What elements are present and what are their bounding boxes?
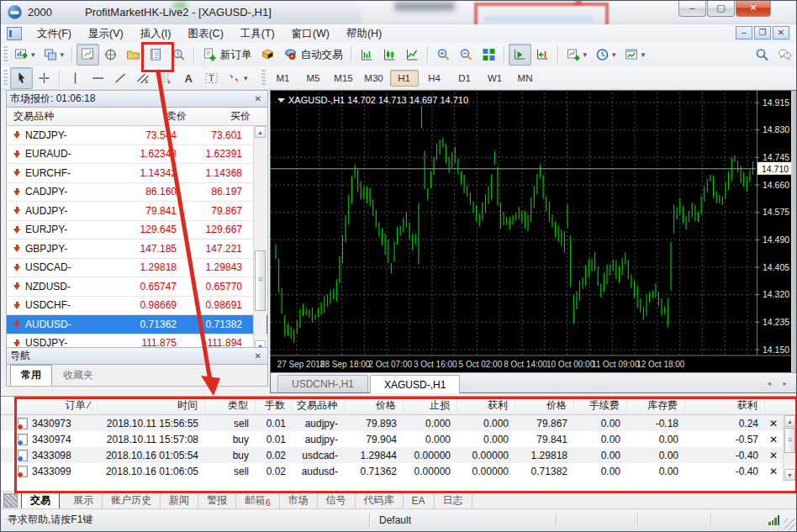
timeframe-button[interactable]: MN bbox=[511, 70, 540, 87]
label-button[interactable]: T bbox=[200, 67, 223, 89]
hline-button[interactable] bbox=[87, 67, 109, 89]
terminal-tab[interactable]: 警报 bbox=[198, 492, 236, 509]
chart-window-icon[interactable] bbox=[7, 27, 22, 40]
market-watch-row[interactable]: EURAUD- 1.62348 1.62391 bbox=[7, 145, 267, 165]
toolbar-grip[interactable] bbox=[3, 46, 8, 63]
market-watch-titlebar[interactable]: 市场报价: 01:06:18 ✕ bbox=[6, 90, 268, 108]
order-row[interactable]: 3430973 2018.10.11 15:56:55 sell 0.01 au… bbox=[1, 415, 797, 431]
close-icon[interactable]: ✕ bbox=[252, 351, 264, 361]
timeframe-button[interactable]: H4 bbox=[420, 70, 449, 87]
channel-button[interactable]: E bbox=[132, 67, 155, 89]
terminal-button[interactable] bbox=[145, 44, 167, 66]
indicators-button[interactable]: ▾ bbox=[562, 44, 592, 66]
navigator-tab[interactable]: 常用 bbox=[10, 365, 52, 386]
price-chart[interactable]: 14.91514.83014.74514.66014.57514.49014.4… bbox=[271, 91, 793, 372]
templates-button[interactable]: ▾ bbox=[620, 44, 650, 66]
close-icon[interactable]: ✕ bbox=[252, 94, 264, 103]
order-column-header[interactable]: 订单 ∕ bbox=[18, 398, 98, 413]
market-watch-row[interactable]: EURJPY- 129.645 129.667 bbox=[7, 221, 267, 240]
order-column-header[interactable]: 手续费 bbox=[574, 398, 627, 413]
maximize-button[interactable]: ▢ bbox=[707, 1, 735, 17]
chart-shift-button[interactable] bbox=[531, 44, 554, 66]
terminal-tab[interactable]: 交易 bbox=[21, 491, 60, 510]
cursor-button[interactable] bbox=[10, 67, 33, 89]
close-order-icon[interactable]: ✕ bbox=[765, 434, 782, 445]
terminal-tab[interactable]: 信号 bbox=[318, 492, 356, 509]
market-watch-button[interactable] bbox=[77, 44, 99, 66]
mdi-close-button[interactable]: ✕ bbox=[773, 26, 789, 40]
menu-item[interactable]: 窗口(W) bbox=[283, 25, 338, 43]
dropdown-caret-icon[interactable]: ▾ bbox=[583, 50, 588, 59]
market-watch-row[interactable]: USDCAD- 1.29818 1.29843 bbox=[7, 259, 267, 278]
terminal-tab[interactable]: EA bbox=[404, 493, 435, 508]
market-watch-row[interactable]: AUDJPY- 79.841 79.867 bbox=[7, 202, 267, 221]
chart-tab[interactable]: USDCNH-,H1 bbox=[277, 375, 368, 392]
navigator-titlebar[interactable]: 导航 ✕ bbox=[6, 347, 268, 365]
terminal-tab[interactable]: 市场 bbox=[280, 492, 318, 509]
menu-item[interactable]: 文件(F) bbox=[29, 25, 80, 43]
autotrading-button[interactable]: 自动交易 bbox=[279, 44, 347, 66]
trendline-button[interactable] bbox=[109, 67, 132, 89]
terminal-tab[interactable]: 展示 bbox=[65, 492, 103, 509]
toolbar-grip[interactable] bbox=[261, 70, 266, 87]
close-order-icon[interactable]: ✕ bbox=[765, 450, 782, 461]
arrows-button[interactable]: ▾ bbox=[223, 67, 252, 89]
candlesticks-button[interactable] bbox=[378, 44, 401, 66]
market-watch-row[interactable]: AUDUSD- 0.71362 0.71382 bbox=[7, 315, 267, 334]
dropdown-caret-icon[interactable]: ▾ bbox=[244, 74, 248, 82]
scroll-down-icon[interactable]: ▼ bbox=[784, 469, 795, 481]
terminal-tab[interactable]: 日志 bbox=[435, 492, 472, 509]
timeframe-button[interactable]: H1 bbox=[390, 70, 419, 87]
minimize-button[interactable]: – bbox=[678, 1, 706, 17]
timeframe-button[interactable]: M5 bbox=[299, 70, 328, 87]
vline-button[interactable] bbox=[64, 67, 87, 89]
terminal-grip-icon[interactable] bbox=[3, 493, 18, 508]
order-row[interactable]: 3433098 2018.10.16 01:05:54 buy 0.02 usd… bbox=[1, 447, 797, 463]
crosshair-button[interactable] bbox=[33, 67, 55, 89]
text-button[interactable]: A bbox=[177, 67, 200, 89]
tile-windows-button[interactable] bbox=[478, 44, 500, 66]
order-column-header[interactable]: 价格 bbox=[515, 398, 574, 413]
terminal-scrollbar[interactable]: ▲ ▼ bbox=[783, 415, 796, 481]
order-row[interactable]: 3433099 2018.10.16 01:06:05 sell 0.02 au… bbox=[1, 463, 797, 479]
menu-item[interactable]: 插入(I) bbox=[132, 25, 180, 43]
scroll-up-icon[interactable]: ▲ bbox=[784, 415, 795, 427]
column-symbol[interactable]: 交易品种 bbox=[7, 109, 114, 124]
order-row[interactable]: 3430974 2018.10.11 15:57:08 buy 0.01 aud… bbox=[1, 431, 797, 447]
market-watch-row[interactable]: EURCHF- 1.14342 1.14368 bbox=[7, 164, 267, 183]
order-column-header[interactable]: 库存费 bbox=[627, 398, 685, 413]
close-button[interactable]: ✕ bbox=[736, 1, 771, 17]
metaeditor-button[interactable] bbox=[256, 44, 279, 66]
terminal-tab[interactable]: 代码库 bbox=[356, 492, 404, 509]
zoom-out-button[interactable] bbox=[455, 44, 478, 66]
menu-item[interactable]: 显示(V) bbox=[80, 25, 132, 43]
zoom-in-button[interactable] bbox=[432, 44, 455, 66]
market-watch-row[interactable]: CADJPY- 86.160 86.197 bbox=[7, 183, 267, 203]
mdi-minimize-button[interactable]: – bbox=[736, 26, 752, 40]
chat-button[interactable] bbox=[773, 44, 796, 66]
close-order-icon[interactable]: ✕ bbox=[765, 466, 782, 477]
timeframe-button[interactable]: M30 bbox=[360, 70, 388, 87]
toolbar-grip[interactable] bbox=[3, 70, 8, 87]
order-column-header[interactable]: 止损 bbox=[404, 398, 457, 413]
dropdown-caret-icon[interactable]: ▾ bbox=[612, 50, 616, 59]
order-column-header[interactable]: 获利 bbox=[457, 398, 515, 413]
search-button[interactable] bbox=[751, 44, 773, 66]
new-order-button[interactable]: 新订单 bbox=[198, 44, 256, 66]
market-watch-row[interactable]: GBPJPY- 147.185 147.221 bbox=[7, 240, 267, 259]
dropdown-caret-icon[interactable]: ▾ bbox=[641, 50, 646, 59]
scroll-up-icon[interactable]: ▲ bbox=[255, 126, 266, 138]
fibonacci-button[interactable]: F bbox=[155, 67, 177, 89]
order-column-header[interactable]: 时间 bbox=[98, 398, 205, 413]
scrollbar-thumb[interactable] bbox=[255, 250, 266, 311]
terminal-tab[interactable]: 新闻 bbox=[161, 492, 198, 509]
order-column-header[interactable]: 价格 bbox=[345, 398, 404, 413]
terminal-tab[interactable]: 账户历史 bbox=[103, 492, 161, 509]
close-order-icon[interactable]: ✕ bbox=[765, 418, 782, 429]
new-chart-button[interactable]: ▾ bbox=[10, 44, 40, 66]
dropdown-caret-icon[interactable]: ▾ bbox=[61, 50, 65, 59]
market-watch-scrollbar[interactable]: ▲ ▼ bbox=[253, 126, 267, 352]
title-bar[interactable]: 2000 ProfitMarketHK-Live2 - [XAGUSD-,H1]… bbox=[1, 1, 796, 25]
menu-item[interactable]: 工具(T) bbox=[232, 25, 283, 43]
tab-scroll-arrows-icon[interactable]: ◂ ▸ bbox=[767, 379, 792, 387]
